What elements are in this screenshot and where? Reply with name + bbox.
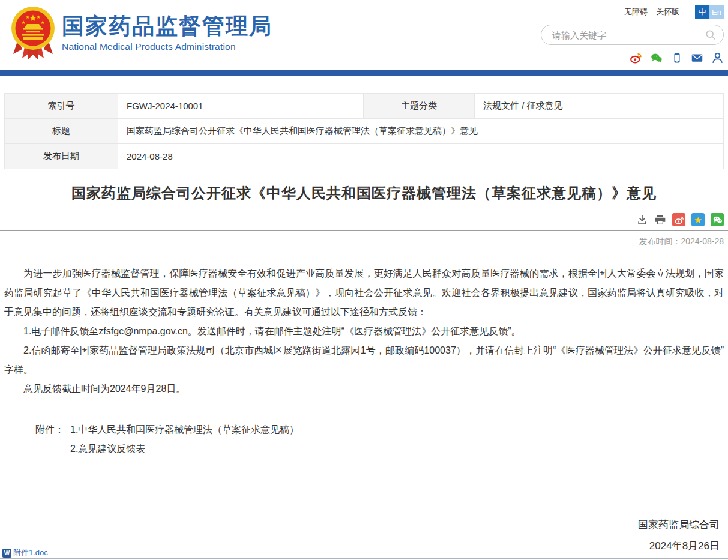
index-label: 索引号 bbox=[5, 94, 118, 119]
download-icon[interactable] bbox=[636, 214, 648, 226]
article-body: 为进一步加强医疗器械监督管理，保障医疗器械安全有效和促进产业高质量发展，更好满足… bbox=[4, 264, 724, 459]
paragraph: 2.信函邮寄至国家药品监督管理局政策法规司（北京市西城区展览路街道北露园1号，邮… bbox=[4, 341, 724, 379]
print-icon[interactable] bbox=[654, 214, 666, 226]
wechat-icon[interactable] bbox=[650, 52, 663, 64]
paragraph: 1.电子邮件反馈至zfsfgc@nmpa.gov.cn。发送邮件时，请在邮件主题… bbox=[4, 322, 724, 341]
document-meta-table: 索引号 FGWJ-2024-10001 主题分类 法规文件 / 征求意见 标题 … bbox=[4, 93, 724, 169]
footer-attachment-filename: 附件1.doc bbox=[13, 547, 48, 558]
agency-name-block: 国家药品监督管理局 National Medical Products Admi… bbox=[62, 14, 272, 52]
svg-text:★: ★ bbox=[25, 14, 29, 20]
national-emblem-logo: ★ ★ ★ ★ ★ bbox=[11, 6, 55, 64]
signature-block: 国家药监局综合司 2024年8月26日 bbox=[638, 514, 720, 556]
search-icon[interactable] bbox=[705, 29, 717, 43]
top-links: 无障碍 关怀版 中 En bbox=[532, 5, 724, 19]
category-value: 法规文件 / 征求意见 bbox=[475, 94, 724, 119]
lang-zh-tab[interactable]: 中 bbox=[695, 5, 709, 19]
footer-top-border bbox=[0, 558, 728, 559]
language-switcher: 中 En bbox=[695, 5, 724, 19]
table-row: 索引号 FGWJ-2024-10001 主题分类 法规文件 / 征求意见 bbox=[5, 94, 724, 119]
title-label: 标题 bbox=[5, 119, 118, 144]
user-icon[interactable] bbox=[711, 52, 724, 64]
svg-text:★: ★ bbox=[36, 14, 40, 20]
word-doc-icon: W bbox=[2, 549, 11, 558]
share-qzone-icon[interactable]: ★ bbox=[691, 213, 705, 226]
search-input[interactable] bbox=[541, 25, 724, 45]
date-value: 2024-08-28 bbox=[118, 144, 724, 169]
site-header: ★ ★ ★ ★ ★ 国家药品监督管理局 National Medical Pro… bbox=[0, 0, 728, 70]
national-emblem-icon: ★ ★ ★ ★ ★ bbox=[11, 6, 55, 61]
table-row: 标题 国家药监局综合司公开征求《中华人民共和国医疗器械管理法（草案征求意见稿）》… bbox=[5, 119, 724, 144]
star-glyph: ★ bbox=[694, 215, 702, 224]
weibo-icon[interactable] bbox=[630, 52, 642, 64]
agency-name-zh: 国家药品监督管理局 bbox=[62, 14, 272, 38]
index-value: FGWJ-2024-10001 bbox=[118, 94, 364, 119]
header-social-icons bbox=[532, 52, 724, 64]
attachment-label: 附件： bbox=[35, 420, 70, 439]
svg-text:★: ★ bbox=[21, 20, 25, 25]
accessibility-link[interactable]: 无障碍 bbox=[624, 7, 648, 17]
category-label: 主题分类 bbox=[364, 94, 475, 119]
publish-time: 发布时间：2024-08-28 bbox=[0, 236, 728, 247]
title-value: 国家药监局综合司公开征求《中华人民共和国医疗器械管理法（草案征求意见稿）》意见 bbox=[118, 119, 724, 144]
signature-org: 国家药监局综合司 bbox=[638, 514, 720, 535]
footer-attachment-link[interactable]: W 附件1.doc bbox=[2, 547, 48, 558]
mobile-icon[interactable] bbox=[670, 52, 683, 64]
table-row: 发布日期 2024-08-28 bbox=[5, 144, 724, 169]
header-divider-bar bbox=[0, 70, 728, 76]
paragraph: 意见反馈截止时间为2024年9月28日。 bbox=[4, 379, 724, 399]
agency-name-en: National Medical Products Administration bbox=[62, 41, 272, 52]
attachments-block: 附件：1.中华人民共和国医疗器械管理法（草案征求意见稿） 2.意见建议反馈表 bbox=[4, 420, 724, 459]
header-right: 无障碍 关怀版 中 En bbox=[532, 5, 724, 64]
share-weibo-icon[interactable] bbox=[672, 213, 685, 226]
paragraph: 为进一步加强医疗器械监督管理，保障医疗器械安全有效和促进产业高质量发展，更好满足… bbox=[4, 264, 724, 322]
search-box bbox=[541, 25, 724, 45]
date-label: 发布日期 bbox=[5, 144, 118, 169]
article-toolbar: ★ bbox=[4, 212, 724, 227]
svg-text:★: ★ bbox=[40, 20, 44, 25]
lang-en-tab[interactable]: En bbox=[709, 5, 724, 19]
care-version-link[interactable]: 关怀版 bbox=[656, 7, 679, 17]
attachment-link-2[interactable]: 2.意见建议反馈表 bbox=[70, 444, 145, 454]
share-wechat-icon[interactable] bbox=[711, 213, 724, 226]
signature-date: 2024年8月26日 bbox=[638, 535, 720, 556]
attachment-line: 附件：1.中华人民共和国医疗器械管理法（草案征求意见稿） bbox=[35, 420, 724, 439]
page-title: 国家药监局综合司公开征求《中华人民共和国医疗器械管理法（草案征求意见稿）》意见 bbox=[0, 184, 728, 203]
attachment-line: 2.意见建议反馈表 bbox=[35, 439, 724, 459]
attachment-link-1[interactable]: 1.中华人民共和国医疗器械管理法（草案征求意见稿） bbox=[70, 424, 299, 435]
page: ★ ★ ★ ★ ★ 国家药品监督管理局 National Medical Pro… bbox=[0, 0, 728, 560]
mail-icon[interactable] bbox=[691, 52, 703, 64]
title-divider bbox=[0, 230, 728, 231]
